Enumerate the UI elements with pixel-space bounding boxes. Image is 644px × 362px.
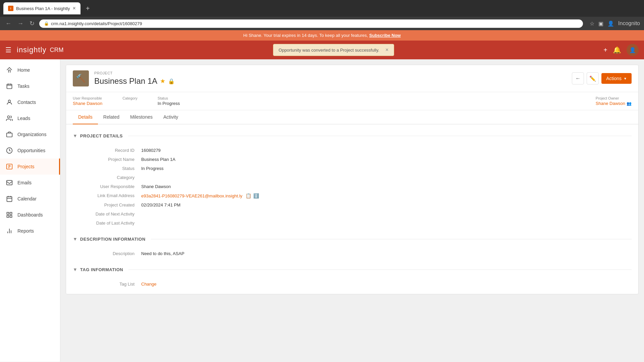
sidebar-label-emails: Emails (17, 180, 32, 185)
tabs: Details Related Milestones Activity (66, 110, 638, 124)
main-content: 🔨 PROJECT Business Plan 1A ★ 🔒 ← ✏️ Acti… (60, 59, 644, 362)
content-area: ▼ PROJECT DETAILS Record ID 16080279 Pro… (66, 124, 638, 294)
subscribe-now-link[interactable]: Subscribe Now (369, 33, 401, 38)
trial-banner: Hi Shane. Your trial expires in 14 days.… (0, 30, 644, 41)
contacts-icon (5, 98, 13, 106)
sidebar-item-home[interactable]: Home (0, 62, 60, 78)
project-header: 🔨 PROJECT Business Plan 1A ★ 🔒 ← ✏️ Acti… (66, 65, 638, 92)
sidebar-label-home: Home (17, 67, 30, 73)
add-button[interactable]: + (603, 46, 607, 54)
tab-related[interactable]: Related (98, 110, 125, 124)
sidebar-label-calendar: Calendar (17, 196, 37, 201)
browser-actions: ☆ ▣ 👤 Incognito (590, 20, 640, 27)
status-value: In Progress (158, 101, 180, 106)
refresh-button[interactable]: ↻ (28, 18, 36, 28)
back-nav-button[interactable]: ← (572, 72, 584, 84)
email-link[interactable]: e93a2841-P16080279-VEAE261@mailbox.insig… (141, 193, 243, 198)
sidebar-item-dashboards[interactable]: Dashboards (0, 207, 60, 223)
project-header-actions: ← ✏️ Actions ▼ (572, 72, 632, 84)
meta-status: Status In Progress (158, 96, 180, 106)
notifications-bell-icon[interactable]: 🔔 (613, 46, 621, 54)
sidebar-item-reports[interactable]: Reports (0, 223, 60, 239)
sidebar-item-calendar[interactable]: Calendar (0, 191, 60, 207)
project-icon: 🔨 (73, 70, 89, 86)
sidebar-item-emails[interactable]: Emails (0, 175, 60, 191)
sidebar: Home Tasks Contacts Leads Organizations (0, 59, 60, 362)
table-row: Date of Last Activity (73, 219, 632, 228)
description-table: Description Need to do this, ASAP (73, 249, 632, 258)
field-label-record-id: Record ID (73, 146, 140, 155)
email-info-button[interactable]: ℹ️ (253, 193, 259, 198)
field-label-tag-list: Tag List (73, 280, 140, 289)
copy-email-button[interactable]: 📋 (246, 193, 251, 198)
tab-milestones[interactable]: Milestones (125, 110, 158, 124)
browser-tab[interactable]: i Business Plan 1A - Insightly × (3, 2, 80, 14)
reports-icon (5, 227, 13, 235)
user-responsible-value[interactable]: Shane Dawson (73, 101, 102, 106)
home-icon (5, 66, 13, 74)
tab-favicon: i (8, 6, 13, 11)
app-logo: insightly CRM (17, 46, 63, 54)
project-owner-link[interactable]: Shane Dawson (596, 101, 625, 106)
tab-title: Business Plan 1A - Insightly (16, 6, 70, 11)
sidebar-item-opportunities[interactable]: Opportunities (0, 142, 60, 159)
bookmark-icon[interactable]: ☆ (590, 20, 594, 27)
field-label-status: Status (73, 164, 140, 173)
sidebar-item-contacts[interactable]: Contacts (0, 94, 60, 110)
url-text: crm.na1.insightly.com/details/Project/16… (51, 21, 142, 26)
svg-rect-6 (7, 180, 12, 185)
new-tab-button[interactable]: + (83, 3, 93, 14)
url-bar[interactable]: 🔒 crm.na1.insightly.com/details/Project/… (39, 19, 583, 28)
projects-icon (5, 163, 13, 171)
project-owner-value: Shane Dawson 👥 (596, 101, 632, 106)
dashboards-icon (5, 211, 13, 219)
svg-rect-3 (7, 133, 12, 137)
sidebar-item-leads[interactable]: Leads (0, 110, 60, 126)
favorite-star-icon[interactable]: ★ (160, 77, 165, 85)
forward-button[interactable]: → (16, 19, 25, 28)
description-section-header[interactable]: ▼ DESCRIPTION INFORMATION (73, 233, 632, 245)
actions-button[interactable]: Actions ▼ (601, 73, 632, 84)
tab-close-button[interactable]: × (72, 5, 75, 11)
sidebar-item-tasks[interactable]: Tasks (0, 78, 60, 94)
profile-icon[interactable]: 👤 (607, 20, 614, 27)
back-button[interactable]: ← (4, 19, 13, 28)
tag-divider (128, 269, 632, 270)
opportunities-icon (5, 146, 13, 155)
notification-message: Opportunity was converted to a Project s… (273, 44, 394, 56)
edit-button[interactable]: ✏️ (587, 72, 599, 84)
logo-text: insightly (17, 46, 46, 54)
description-divider (151, 239, 632, 239)
calendar-icon (5, 195, 13, 203)
sidebar-item-projects[interactable]: Projects (0, 159, 60, 175)
user-avatar[interactable]: 👤 (627, 44, 639, 56)
tab-activity[interactable]: Activity (158, 110, 183, 124)
sidebar-label-leads: Leads (17, 116, 30, 121)
tag-chevron-icon: ▼ (73, 267, 77, 272)
hamburger-menu-icon[interactable]: ☰ (5, 46, 11, 54)
sidebar-label-opportunities: Opportunities (17, 148, 45, 153)
tab-details[interactable]: Details (73, 110, 98, 124)
table-row: Description Need to do this, ASAP (73, 249, 632, 258)
tag-section-header[interactable]: ▼ TAG INFORMATION (73, 263, 632, 276)
category-label: Category (122, 96, 138, 100)
field-value-project-name: Business Plan 1A (140, 155, 632, 164)
lock-icon[interactable]: 🔒 (168, 78, 175, 84)
sidebar-item-organizations[interactable]: Organizations (0, 126, 60, 142)
extensions-icon[interactable]: ▣ (598, 20, 603, 27)
table-row: Category (73, 173, 632, 182)
project-details-table: Record ID 16080279 Project Name Business… (73, 146, 632, 228)
svg-rect-8 (7, 213, 9, 215)
meta-category: Category (122, 96, 138, 106)
notification-close-button[interactable]: × (385, 47, 388, 53)
browser-chrome: i Business Plan 1A - Insightly × + (0, 0, 644, 17)
project-details-section-header[interactable]: ▼ PROJECT DETAILS (73, 130, 632, 142)
field-value-category (140, 173, 632, 182)
table-row: Record ID 16080279 (73, 146, 632, 155)
actions-label: Actions (606, 76, 622, 81)
incognito-label: Incognito (618, 20, 640, 26)
field-value-record-id: 16080279 (140, 146, 632, 155)
svg-rect-11 (10, 216, 12, 218)
table-row: Status In Progress (73, 164, 632, 173)
tag-change-button[interactable]: Change (141, 282, 157, 287)
